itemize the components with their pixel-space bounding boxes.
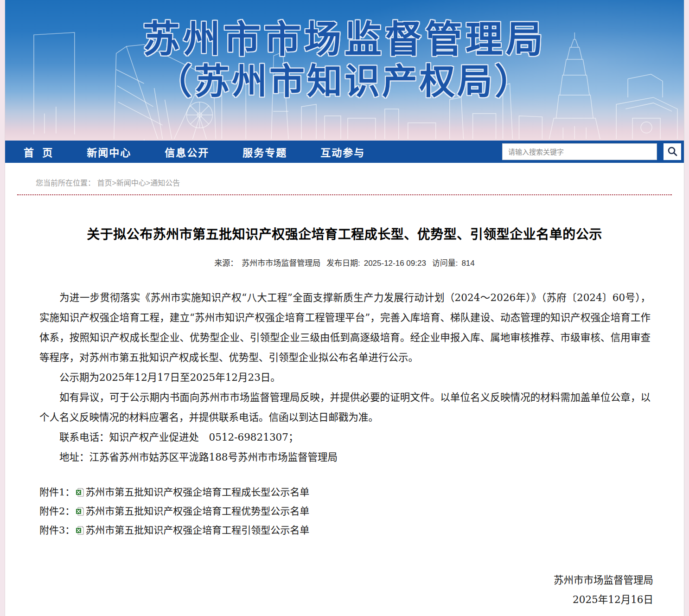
attachment-link[interactable]: 苏州市第五批知识产权强企培育工程优势型公示名单 <box>85 502 309 521</box>
search-input[interactable] <box>502 143 657 160</box>
meta-source-label: 来源： <box>214 259 238 268</box>
main-nav: 首 页 新闻中心 信息公开 服务专题 互动参与 <box>5 141 684 163</box>
site-title-line2: （苏州市知识产权局） <box>5 61 684 102</box>
signature-org: 苏州市市场监督管理局 <box>5 571 653 590</box>
attachment-label: 附件2： <box>39 502 75 521</box>
article-meta: 来源：苏州市市场监督管理局 发布日期:2025-12-16 09:23 访问量:… <box>5 257 684 268</box>
meta-date-label: 发布日期: <box>326 259 360 268</box>
search-icon <box>667 146 678 158</box>
attachment-label: 附件1： <box>39 483 75 502</box>
dotted-separator <box>17 194 672 195</box>
search-bar <box>502 143 681 160</box>
meta-visits-value: 814 <box>461 259 474 268</box>
attachment-row: 附件3： 苏州市第五批知识产权强企培育工程引领型公示名单 <box>39 521 651 540</box>
excel-file-icon <box>76 526 84 535</box>
nav-item-home[interactable]: 首 页 <box>24 144 53 159</box>
page-container: 苏州市市场监督管理局 （苏州市知识产权局） 首 页 新闻中心 信息公开 服务专题… <box>5 0 684 616</box>
nav-item-news[interactable]: 新闻中心 <box>87 144 131 159</box>
excel-file-icon <box>76 488 84 497</box>
meta-visits-label: 访问量: <box>432 259 458 268</box>
attachment-row: 附件1： 苏州市第五批知识产权强企培育工程成长型公示名单 <box>39 483 651 502</box>
breadcrumb: 您当前所在位置： 首页>新闻中心>通知公告 <box>5 163 684 194</box>
nav-item-interaction[interactable]: 互动参与 <box>320 144 365 159</box>
signature-block: 苏州市市场监督管理局 2025年12月16日 <box>5 571 653 610</box>
signature-date: 2025年12月16日 <box>5 590 653 610</box>
meta-date-value: 2025-12-16 09:23 <box>364 259 426 268</box>
article-paragraph: 公示期为2025年12月17日至2025年12月23日。 <box>39 367 651 387</box>
attachment-link[interactable]: 苏州市第五批知识产权强企培育工程成长型公示名单 <box>85 483 309 502</box>
breadcrumb-prefix: 您当前所在位置： <box>36 179 95 187</box>
article-paragraph: 联系电话：知识产权产业促进处 0512-69821307； <box>39 427 651 447</box>
site-banner: 苏州市市场监督管理局 （苏州市知识产权局） <box>5 0 684 141</box>
breadcrumb-path[interactable]: 首页>新闻中心>通知公告 <box>97 179 180 187</box>
attachment-label: 附件3： <box>39 521 75 540</box>
excel-file-icon <box>76 507 84 516</box>
article-paragraph: 为进一步贯彻落实《苏州市实施知识产权“八大工程”全面支撑新质生产力发展行动计划（… <box>39 288 651 367</box>
article-body: 为进一步贯彻落实《苏州市实施知识产权“八大工程”全面支撑新质生产力发展行动计划（… <box>39 288 651 467</box>
article-paragraph: 如有异议，可于公示期内书面向苏州市市场监督管理局反映，并提供必要的证明文件。以单… <box>39 387 651 427</box>
site-title-line1: 苏州市市场监督管理局 <box>5 0 684 61</box>
meta-source-value: 苏州市市场监督管理局 <box>242 259 320 268</box>
attachment-link[interactable]: 苏州市第五批知识产权强企培育工程引领型公示名单 <box>85 521 309 540</box>
search-button[interactable] <box>663 143 681 160</box>
nav-item-service-topics[interactable]: 服务专题 <box>242 144 287 159</box>
article-title: 关于拟公布苏州市第五批知识产权强企培育工程成长型、优势型、引领型企业名单的公示 <box>5 224 684 243</box>
nav-item-info-disclosure[interactable]: 信息公开 <box>165 144 209 159</box>
attachment-list: 附件1： 苏州市第五批知识产权强企培育工程成长型公示名单 附件2： <box>39 483 651 540</box>
attachment-row: 附件2： 苏州市第五批知识产权强企培育工程优势型公示名单 <box>39 502 651 521</box>
article-paragraph: 地址：江苏省苏州市姑苏区平泷路188号苏州市市场监督管理局 <box>39 447 651 467</box>
